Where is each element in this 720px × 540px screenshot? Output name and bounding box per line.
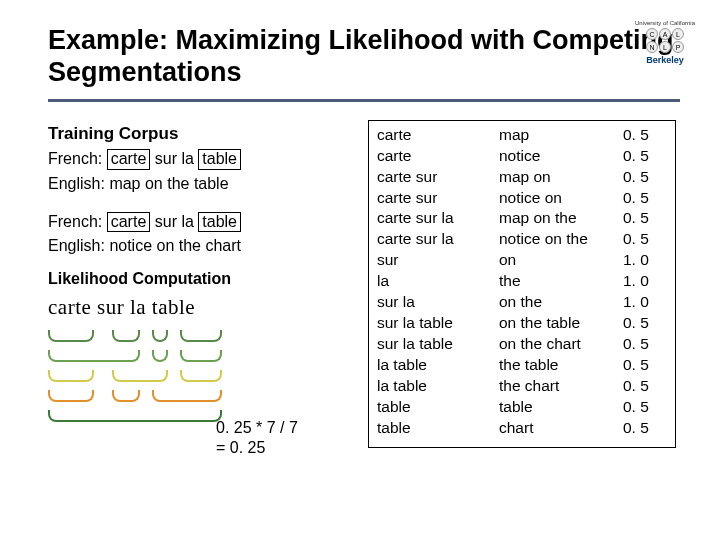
logo-top-text: University of California (635, 20, 695, 26)
title-rule (48, 99, 680, 102)
alignment-table: cartecartecarte surcarte surcarte sur la… (368, 120, 676, 448)
table-cell: carte (377, 146, 487, 167)
berkeley-logo: University of California C A L N L P Ber… (630, 20, 700, 80)
bracket (180, 350, 222, 362)
table-cell: map on (499, 167, 611, 188)
table-col-prob: 0. 50. 50. 50. 50. 50. 51. 01. 01. 00. 5… (623, 125, 659, 443)
table-cell: notice (499, 146, 611, 167)
table-cell: sur (377, 250, 487, 271)
bracket-diagram (48, 329, 358, 429)
logo-bottom-text: Berkeley (646, 55, 684, 65)
table-cell: on the chart (499, 334, 611, 355)
table-cell: 0. 5 (623, 418, 659, 439)
table-cell: 0. 5 (623, 397, 659, 418)
logo-grid: C A L N L P (646, 28, 684, 53)
table-cell: 0. 5 (623, 125, 659, 146)
bracket-row (48, 409, 358, 429)
table-cell: 0. 5 (623, 376, 659, 397)
table-cell: table (377, 397, 487, 418)
table-cell: carte sur la (377, 208, 487, 229)
table-cell: carte sur (377, 188, 487, 209)
table-cell: 1. 0 (623, 292, 659, 313)
table-cell: 0. 5 (623, 146, 659, 167)
table-cell: 1. 0 (623, 250, 659, 271)
likelihood-header: Likelihood Computation (48, 267, 358, 290)
bracket (48, 370, 94, 382)
table-col-french: cartecartecarte surcarte surcarte sur la… (377, 125, 487, 443)
bracket (180, 330, 222, 342)
slide-title: Example: Maximizing Likelihood with Comp… (48, 24, 680, 89)
box-carte-1: carte (107, 149, 151, 169)
table-cell: la (377, 271, 487, 292)
bracket (48, 330, 94, 342)
bracket (152, 390, 222, 402)
french-line-1: French: carte sur la table (48, 147, 358, 170)
table-cell: map on the (499, 208, 611, 229)
table-cell: 0. 5 (623, 229, 659, 250)
table-cell: 0. 5 (623, 188, 659, 209)
bracket (112, 390, 140, 402)
bracket-row (48, 329, 358, 349)
bracket-row (48, 389, 358, 409)
equation-line-2: = 0. 25 (216, 438, 298, 458)
box-table-2: table (198, 212, 241, 232)
bracket (48, 350, 140, 362)
table-cell: 0. 5 (623, 208, 659, 229)
table-cell: sur la table (377, 334, 487, 355)
content-row: Training Corpus French: carte sur la tab… (48, 120, 680, 448)
bracket (48, 410, 222, 422)
table-cell: on (499, 250, 611, 271)
table-cell: notice on (499, 188, 611, 209)
slide: Example: Maximizing Likelihood with Comp… (0, 0, 720, 448)
table-cell: chart (499, 418, 611, 439)
french-line-2: French: carte sur la table (48, 210, 358, 233)
table-cell: carte sur (377, 167, 487, 188)
table-cell: the chart (499, 376, 611, 397)
bracket (112, 330, 140, 342)
table-cell: on the table (499, 313, 611, 334)
table-cell: 0. 5 (623, 313, 659, 334)
training-corpus-header: Training Corpus (48, 122, 358, 147)
equation: 0. 25 * 7 / 7 = 0. 25 (216, 418, 298, 458)
english-line-1: English: map on the table (48, 172, 358, 195)
table-col-english: mapnoticemap onnotice onmap on thenotice… (499, 125, 611, 443)
table-cell: 1. 0 (623, 271, 659, 292)
table-cell: table (377, 418, 487, 439)
table-cell: on the (499, 292, 611, 313)
table-cell: la table (377, 355, 487, 376)
table-cell: carte (377, 125, 487, 146)
table-cell: table (499, 397, 611, 418)
segmentation-words: carte sur la table (48, 292, 358, 322)
table-cell: sur la table (377, 313, 487, 334)
bracket-row (48, 369, 358, 389)
box-table-1: table (198, 149, 241, 169)
table-cell: la table (377, 376, 487, 397)
table-cell: 0. 5 (623, 167, 659, 188)
box-carte-2: carte (107, 212, 151, 232)
bracket (152, 350, 168, 362)
bracket (48, 390, 94, 402)
bracket (180, 370, 222, 382)
table-cell: 0. 5 (623, 334, 659, 355)
table-cell: sur la (377, 292, 487, 313)
bracket (152, 330, 168, 342)
table-cell: the table (499, 355, 611, 376)
table-cell: the (499, 271, 611, 292)
equation-line-1: 0. 25 * 7 / 7 (216, 418, 298, 438)
english-line-2: English: notice on the chart (48, 234, 358, 257)
bracket (112, 370, 168, 382)
table-cell: notice on the (499, 229, 611, 250)
table-cell: map (499, 125, 611, 146)
table-cell: carte sur la (377, 229, 487, 250)
table-cell: 0. 5 (623, 355, 659, 376)
bracket-row (48, 349, 358, 369)
left-column: Training Corpus French: carte sur la tab… (48, 120, 358, 448)
